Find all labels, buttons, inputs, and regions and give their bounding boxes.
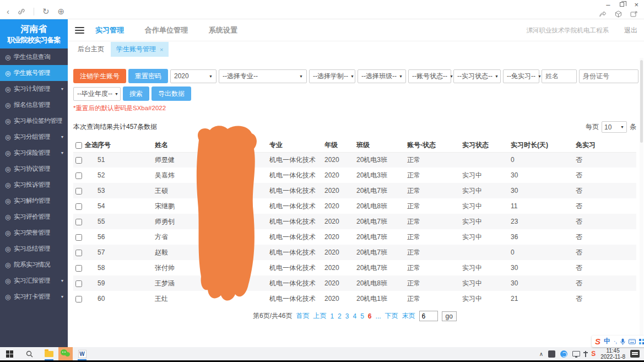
module-tab[interactable]: 实习管理 [95,25,124,35]
sidebar-menu-item[interactable]: ◎ 实习计划管理 ▼ [0,81,68,97]
microphone-icon[interactable] [620,338,625,345]
tray-sogou-icon[interactable]: S [591,350,596,358]
row-checkbox[interactable] [75,157,82,164]
refresh-icon[interactable]: ↻ [42,7,50,16]
hamburger-menu-icon[interactable] [75,27,84,34]
sidebar-menu-item[interactable]: ◎ 实习评价管理 ▼ [0,209,68,225]
taskbar-search-button[interactable] [22,347,36,360]
keyboard-icon[interactable] [629,339,636,344]
sidebar-menu-item[interactable]: ◎ 学生信息查询 ▼ [0,49,68,65]
module-tab[interactable]: 系统设置 [209,25,237,35]
page-number-link[interactable]: 2 [338,312,342,320]
file-explorer-button[interactable] [42,347,56,360]
row-checkbox[interactable] [75,188,82,194]
restore-button[interactable] [620,2,624,7]
page-number-link[interactable]: 1 [330,312,334,320]
go-button[interactable]: go [442,311,457,321]
goto-page-input[interactable] [419,311,438,321]
page-number-link[interactable]: 5 [360,312,364,320]
tab-backend-home[interactable]: 后台主页 [71,42,111,57]
tray-sync-icon[interactable] [560,350,567,358]
sidebar-menu-item[interactable]: ◎ 院系实习情况 ▼ [0,257,68,273]
cancel-account-button[interactable]: 注销学生账号 [73,69,126,83]
sidebar-menu-item[interactable]: ◎ 报名信息管理 ▼ [0,97,68,113]
sidebar-menu-item[interactable]: ◎ 实习分组管理 ▼ [0,129,68,145]
name-input[interactable] [542,69,577,83]
tray-device-icon[interactable] [585,351,586,357]
popup-window-icon[interactable] [630,11,637,18]
sidebar-menu-item[interactable]: ◎ 实习打卡管理 ▼ [0,289,68,305]
per-page-select[interactable]: 10▼ [602,121,627,133]
module-tab[interactable]: 合作单位管理 [145,25,188,35]
share-icon[interactable] [599,11,607,18]
link-icon[interactable] [18,8,25,15]
logout-button[interactable]: 退出 [624,26,637,35]
cell-id-number [201,229,267,245]
reset-password-button[interactable]: 重置密码 [128,69,168,83]
gear-icon: ◎ [5,293,10,301]
row-checkbox[interactable] [75,296,82,302]
tray-display-icon[interactable] [572,351,580,356]
sidebar-menu-item[interactable]: ◎ 实习荣誉管理 ▼ [0,225,68,241]
tab-student-account[interactable]: 学生账号管理 × [111,42,169,57]
year-select[interactable]: 2020▼ [170,69,217,83]
page-number-link[interactable]: 6 [368,312,372,320]
scrollbar[interactable] [640,58,643,344]
caret-icon: ▼ [620,125,624,129]
row-checkbox[interactable] [75,265,82,272]
sidebar-menu-item[interactable]: ◎ 实习总结管理 ▼ [0,241,68,257]
word-button[interactable]: W [75,347,89,360]
taskbar-clock[interactable]: 11:45 2022-11-8 [600,348,625,360]
word-icon: W [78,350,86,358]
sidebar-menu-item[interactable]: ◎ 实习协议管理 ▼ [0,161,68,177]
ime-punctuation-icon[interactable]: ·, [614,338,617,344]
page-number-link[interactable]: 4 [353,312,356,320]
ime-toolbar[interactable]: S 中 ·, [592,336,644,347]
prev-page-link[interactable]: 上页 [313,311,326,321]
row-checkbox[interactable] [75,203,82,210]
grad-year-select[interactable]: --毕业年度--▼ [73,87,121,101]
account-status-select[interactable]: --账号状态--▼ [408,69,451,83]
wechat-button[interactable] [58,347,73,360]
notification-center-icon[interactable] [630,350,640,358]
ime-language-toggle[interactable]: 中 [604,337,610,346]
row-checkbox[interactable] [75,250,82,256]
export-button[interactable]: 导出数据 [151,87,191,101]
hidden-icons-chevron[interactable]: ∧ [539,351,543,357]
row-checkbox[interactable] [75,219,82,225]
schooling-select-value: --选择学制-- [313,72,348,81]
sidebar-menu-item[interactable]: ◎ 实习投诉管理 ▼ [0,177,68,193]
exempt-select[interactable]: --免实习--▼ [503,69,539,83]
search-button[interactable]: 搜索 [123,87,149,101]
toolbox-grid-icon[interactable] [639,339,644,344]
schooling-select[interactable]: --选择学制--▼ [309,69,355,83]
intern-status-select[interactable]: --实习状态--▼ [453,69,501,83]
tray-icon[interactable] [548,350,555,358]
row-checkbox[interactable] [75,234,82,241]
sidebar-menu-item[interactable]: ◎ 实习保险管理 ▼ [0,145,68,161]
globe-icon[interactable]: ⊕ [58,7,65,16]
scrollbar-thumb[interactable] [640,60,643,143]
id-number-input[interactable] [579,69,638,83]
cell-account-status: 正常 [405,260,460,275]
row-checkbox[interactable] [75,172,82,179]
page-number-link[interactable]: 3 [345,312,349,320]
sidebar-menu-item[interactable]: ◎ 实习解约管理 ▼ [0,193,68,209]
row-checkbox[interactable] [75,280,82,287]
back-icon[interactable]: ‹ [7,7,9,16]
sidebar-menu-item[interactable]: ◎ 学生账号管理 ▼ [0,65,68,81]
start-button[interactable] [2,347,17,360]
minimize-button[interactable]: – [606,1,610,9]
next-page-link[interactable]: 下页 [385,311,398,321]
first-page-link[interactable]: 首页 [296,311,309,321]
close-button[interactable]: × [634,1,638,9]
major-select[interactable]: --选择专业--▼ [219,69,307,83]
sogou-logo-icon[interactable]: S [595,337,600,346]
sidebar-menu-item[interactable]: ◎ 实习单位签约管理 ▼ [0,113,68,129]
last-page-link[interactable]: 末页 [402,311,415,321]
select-all-checkbox[interactable] [75,142,82,149]
box-icon[interactable] [615,10,622,18]
class-select[interactable]: --选择班级--▼ [358,69,406,83]
sidebar-menu-item[interactable]: ◎ 实习汇报管理 ▼ [0,273,68,289]
close-icon[interactable]: × [160,46,163,53]
